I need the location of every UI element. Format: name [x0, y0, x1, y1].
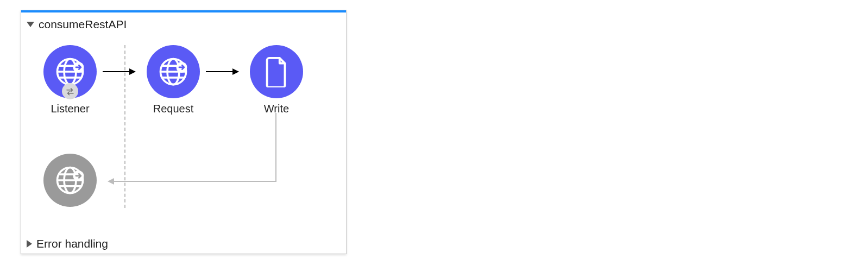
request-node[interactable]: Request — [146, 45, 200, 115]
write-label: Write — [249, 103, 304, 115]
chevron-down-icon — [27, 22, 34, 27]
response-node[interactable] — [43, 154, 97, 207]
write-node-circle — [250, 45, 303, 98]
listener-node[interactable]: Listener — [43, 45, 97, 115]
error-handling-header[interactable]: Error handling — [27, 237, 108, 250]
file-icon — [263, 56, 290, 87]
arrow-request-to-write — [206, 71, 238, 72]
exchange-badge — [62, 83, 78, 99]
listener-label: Listener — [43, 103, 97, 115]
request-label: Request — [146, 103, 200, 115]
flow-title: consumeRestAPI — [39, 18, 127, 31]
response-node-circle — [43, 154, 97, 207]
source-scope-divider — [124, 45, 125, 208]
return-path-horizontal — [114, 181, 276, 182]
write-node[interactable]: Write — [249, 45, 304, 115]
globe-arrow-icon — [158, 56, 189, 87]
request-node-circle — [147, 45, 200, 98]
return-path-vertical — [275, 113, 276, 182]
error-handling-title: Error handling — [36, 237, 108, 250]
flow-panel: consumeRestAPI — [21, 10, 347, 254]
exchange-icon — [65, 86, 75, 96]
flow-canvas: Listener Request — [21, 34, 346, 232]
globe-arrow-icon — [54, 165, 86, 196]
chevron-right-icon — [27, 240, 32, 248]
flow-title-header[interactable]: consumeRestAPI — [27, 18, 127, 31]
listener-node-circle — [43, 45, 97, 98]
arrow-listener-to-request — [103, 71, 135, 72]
